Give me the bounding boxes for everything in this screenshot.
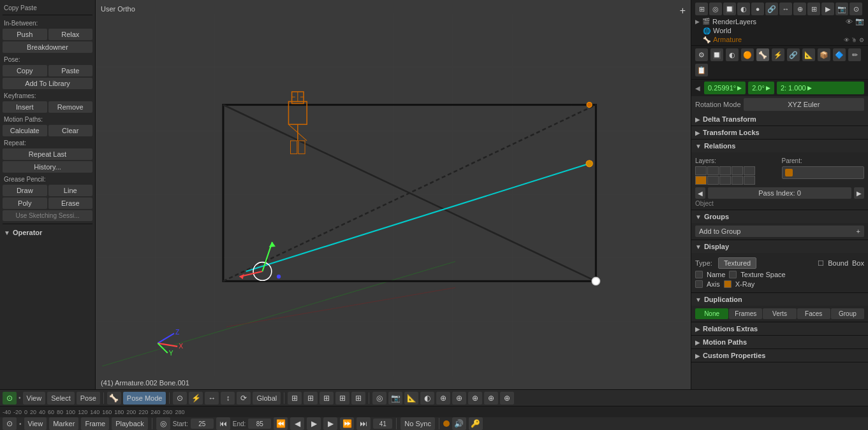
scene-icon-btn-3[interactable]: 🔲 [723,3,736,15]
scene-icon-btn-2[interactable]: ◎ [709,3,722,15]
option-btn-2[interactable]: ⊕ [452,392,466,405]
pose-mode-button[interactable]: Pose Mode [123,392,166,405]
calculate-button[interactable]: Calculate [3,125,47,136]
pass-index-value[interactable] [708,187,851,199]
layer-btn[interactable]: ◎ [372,392,386,405]
select-button[interactable]: Select [47,392,75,405]
textured-button[interactable]: Textured [718,257,756,269]
draw-button[interactable]: Draw [3,185,47,196]
tl-next-key[interactable]: ⏩ [340,417,354,430]
add-to-library-button[interactable]: Add To Library [3,78,92,89]
render-btn[interactable]: 📷 [388,392,402,405]
viewport[interactable]: User Ortho + [96,0,691,389]
tool-icon-1[interactable]: ↔ [205,392,219,405]
layer-cell-5[interactable] [744,166,755,175]
layer-cell-2[interactable] [707,166,719,175]
x-ray-checkbox[interactable] [724,280,732,288]
delta-transform-header[interactable]: ▶ Delta Transform [691,113,868,125]
timeline-mode-icon[interactable]: ⊙ [3,417,17,430]
clear-button[interactable]: Clear [48,125,93,136]
prop-icon-11[interactable]: ✏ [848,48,861,61]
audio-btn[interactable]: 🔊 [452,417,466,430]
dup-frames-button[interactable]: Frames [729,308,762,319]
push-button[interactable]: Push [3,29,47,40]
grid-icon-2[interactable]: ⊞ [304,392,318,405]
scene-icon-btn-4[interactable]: ◐ [737,3,750,15]
scene-icon-btn-7[interactable]: ↔ [779,3,792,15]
pivot-icon[interactable]: ⊙ [173,392,187,405]
scene-icon-btn-9[interactable]: ⊞ [807,3,820,15]
current-frame-input[interactable] [373,419,392,429]
layer-cell-3[interactable] [719,166,731,175]
grid-icon-4[interactable]: ⊞ [335,392,349,405]
prop-icon-2[interactable]: 🔲 [710,48,723,61]
tool-icon-2[interactable]: ↕ [221,392,235,405]
tl-marker-btn[interactable]: Marker [49,417,78,430]
grid-icon-5[interactable]: ⊞ [351,392,365,405]
prop-icon-3[interactable]: ◐ [726,48,739,61]
scene-item-renderlayers[interactable]: ▶ 🎬 RenderLayers 👁 📷 [694,17,865,26]
layer-cell-7[interactable] [707,176,719,185]
tl-go-end[interactable]: ⏭ [357,417,371,430]
display-header[interactable]: ▼ Display [691,240,868,253]
option-btn-3[interactable]: ⊕ [468,392,482,405]
relations-extras-header[interactable]: ▶ Relations Extras [691,322,868,335]
keying-btn[interactable]: 🔑 [469,417,483,430]
option-btn-1[interactable]: ⊕ [436,392,450,405]
transform-locks-header[interactable]: ▶ Transform Locks [691,126,868,139]
x-field[interactable]: 0.25991° ▶ [704,82,746,94]
global-button[interactable]: Global [253,392,281,405]
tl-prev-key[interactable]: ⏪ [274,417,288,430]
groups-header[interactable]: ▼ Groups [691,210,868,223]
relations-header[interactable]: ▼ Relations [691,140,868,152]
motion-paths-header[interactable]: ▶ Motion Paths [691,336,868,348]
poly-button[interactable]: Poly [3,197,47,209]
pass-index-increment[interactable]: ▶ [854,187,864,199]
name-checkbox[interactable] [695,271,703,278]
axis-checkbox[interactable] [695,280,703,288]
prop-icon-10[interactable]: 🔷 [833,48,846,61]
dup-group-button[interactable]: Group [831,308,864,319]
layer-cell-6[interactable] [695,176,707,185]
layer-cell-10[interactable] [744,176,755,185]
paste-button[interactable]: Paste [48,65,93,76]
dup-none-button[interactable]: None [695,308,728,319]
layer-cell-8[interactable] [719,176,731,185]
tl-playback-btn[interactable]: Playback [112,417,148,430]
add-to-group-button[interactable]: Add to Group + [695,226,864,237]
grid-icon-3[interactable]: ⊞ [320,392,334,405]
copy-button[interactable]: Copy [3,65,47,76]
tl-nav-icon[interactable]: ◎ [156,417,170,430]
tl-play[interactable]: ▶ [307,417,321,430]
prop-icon-9[interactable]: 📦 [818,48,830,61]
snap-icon[interactable]: ⚡ [189,392,203,405]
option-btn-4[interactable]: ⊕ [484,392,498,405]
dup-verts-button[interactable]: Verts [763,308,796,319]
scene-icon-btn-10[interactable]: ▶ [821,3,834,15]
scene-icon-btn-12[interactable]: ⊙ [850,3,862,15]
pass-index-decrement[interactable]: ◀ [695,187,705,199]
dup-faces-button[interactable]: Faces [797,308,830,319]
use-sketching-button[interactable]: Use Sketching Sessi... [3,210,92,221]
insert-button[interactable]: Insert [3,101,47,113]
tl-prev-frame[interactable]: ◀ [290,417,304,430]
scene-icon-btn-1[interactable]: ⊞ [695,3,708,15]
prop-icon-12[interactable]: 📋 [695,64,708,76]
layer-cell-1[interactable] [695,166,707,175]
tool-icon-3[interactable]: ⟳ [237,392,251,405]
texture-space-checkbox[interactable] [729,271,737,278]
scene-item-world[interactable]: 🌐 World [702,26,865,35]
history-button[interactable]: History... [3,161,92,173]
tl-next-frame[interactable]: ▶ [323,417,337,430]
prop-icon-1[interactable]: ⚙ [695,48,708,61]
tl-view-btn[interactable]: View [24,417,47,430]
custom-properties-header[interactable]: ▶ Custom Properties [691,349,868,362]
tl-go-start[interactable]: ⏮ [216,417,230,430]
repeat-last-button[interactable]: Repeat Last [3,148,92,160]
scene-icon-btn-5[interactable]: ● [751,3,764,15]
prop-icon-6[interactable]: ⚡ [772,48,784,61]
pose-figure-icon[interactable]: 🦴 [107,392,121,405]
scene-icon-btn-6[interactable]: 🔗 [765,3,778,15]
tl-frame-btn[interactable]: Frame [81,417,109,430]
operator-header[interactable]: ▼ Operator [4,229,91,236]
